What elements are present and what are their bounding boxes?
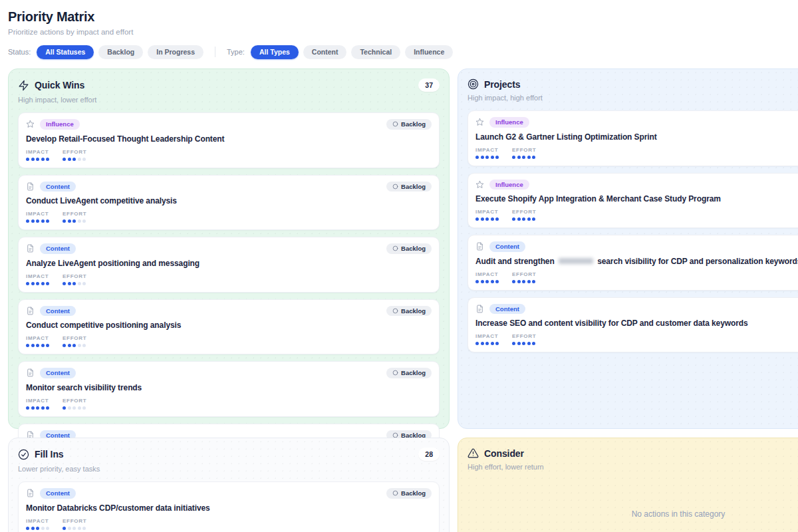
page-header: Priority Matrix Prioritize actions by im…: [8, 9, 133, 36]
status-filter-pill-backlog[interactable]: Backlog: [98, 45, 143, 59]
rating-dot: [31, 282, 35, 285]
rating-dot: [31, 344, 35, 347]
impact-metric: IMPACT: [475, 333, 499, 345]
rating-dot: [78, 158, 81, 161]
card-top-row: Content: [475, 304, 798, 315]
action-card[interactable]: InfluenceLaunch G2 & Gartner Listing Opt…: [467, 110, 798, 166]
file-icon: [26, 489, 35, 497]
card-title: Monitor Databricks CDP/customer data ini…: [26, 503, 432, 513]
impact-dots: [475, 217, 499, 221]
action-card[interactable]: ContentBacklogMonitor Databricks CDP/cus…: [18, 481, 440, 532]
effort-dots: [63, 406, 86, 410]
effort-metric: EFFORT: [63, 211, 86, 223]
effort-dots: [63, 158, 86, 161]
card-title: Audit and strengthen search visibility f…: [475, 257, 798, 266]
quadrant-subtitle: High impact, lower effort: [18, 96, 440, 104]
rating-dot: [485, 280, 489, 283]
card-title: Conduct LiveAgent competitive analysis: [26, 196, 432, 205]
rating-dot: [491, 217, 494, 221]
impact-dots: [475, 156, 499, 159]
status-circle-icon: [392, 370, 398, 376]
action-card[interactable]: InfluenceBacklogDevelop Retail-Focused T…: [18, 112, 440, 168]
effort-dots: [512, 156, 536, 159]
action-card[interactable]: ContentBacklogMonitor search visibility …: [18, 361, 440, 417]
rating-dot: [481, 342, 484, 345]
rating-dot: [26, 158, 29, 161]
status-circle-icon: [392, 308, 398, 314]
filter-bar: Status: All StatusesBacklogIn Progress T…: [8, 45, 453, 59]
type-badge: Content: [40, 306, 76, 317]
type-filter-pill-all-types[interactable]: All Types: [251, 45, 299, 59]
rating-dot: [46, 406, 49, 410]
card-metrics: IMPACTEFFORT: [26, 398, 432, 410]
impact-dots: [475, 280, 499, 283]
action-card[interactable]: ContentBacklogAnalyze LiveAgent position…: [18, 237, 440, 293]
status-filter-pill-all-statuses[interactable]: All Statuses: [37, 45, 94, 59]
rating-dot: [527, 280, 531, 283]
effort-label: EFFORT: [63, 149, 86, 155]
impact-dots: [26, 527, 49, 530]
rating-dot: [36, 527, 39, 530]
status-chip: Backlog: [386, 182, 432, 192]
impact-dots: [26, 158, 49, 161]
rating-dot: [26, 344, 29, 347]
card-metrics: IMPACTEFFORT: [475, 147, 798, 159]
rating-dot: [78, 344, 81, 347]
action-card[interactable]: InfluenceExecute Shopify App Integration…: [467, 173, 798, 229]
effort-dots: [512, 280, 536, 283]
rating-dot: [68, 282, 71, 285]
rating-dot: [72, 282, 76, 285]
card-metrics: IMPACTEFFORT: [475, 271, 798, 283]
action-card[interactable]: ContentIncrease SEO and content visibili…: [467, 297, 798, 353]
card-metrics: IMPACTEFFORT: [26, 273, 432, 285]
quadrant-quick-wins: Quick Wins37High impact, lower effortInf…: [8, 68, 450, 429]
action-card[interactable]: ContentBacklogConduct LiveAgent competit…: [18, 175, 440, 231]
quadrant-header: Quick Wins37: [18, 78, 440, 92]
rating-dot: [63, 219, 66, 223]
rating-dot: [82, 158, 86, 161]
rating-dot: [522, 342, 525, 345]
card-metrics: IMPACTEFFORT: [26, 149, 432, 161]
effort-dots: [63, 344, 86, 347]
effort-metric: EFFORT: [63, 273, 86, 285]
impact-metric: IMPACT: [475, 271, 499, 283]
status-circle-icon: [392, 184, 398, 190]
rating-dot: [495, 217, 499, 221]
rating-dot: [46, 158, 49, 161]
impact-dots: [26, 282, 49, 285]
status-chip: Backlog: [386, 119, 432, 130]
rating-dot: [26, 527, 29, 530]
rating-dot: [26, 219, 29, 223]
rating-dot: [481, 280, 484, 283]
type-filter-pill-content[interactable]: Content: [303, 45, 347, 59]
card-metrics: IMPACTEFFORT: [475, 333, 798, 345]
effort-dots: [63, 282, 86, 285]
rating-dot: [532, 156, 535, 159]
rating-dot: [78, 219, 81, 223]
type-filter-pill-technical[interactable]: Technical: [351, 45, 400, 59]
rating-dot: [31, 158, 35, 161]
status-label: Backlog: [401, 370, 426, 376]
rating-dot: [68, 219, 71, 223]
rating-dot: [41, 282, 45, 285]
impact-metric: IMPACT: [26, 518, 49, 530]
impact-label: IMPACT: [26, 335, 49, 341]
rating-dot: [495, 342, 499, 345]
effort-dots: [63, 219, 86, 223]
action-card[interactable]: ContentAudit and strengthen search visib…: [467, 235, 798, 291]
status-filter-pill-in-progress[interactable]: In Progress: [148, 45, 203, 59]
rating-dot: [46, 282, 49, 285]
effort-label: EFFORT: [63, 398, 86, 404]
quadrant-title: Quick Wins: [35, 80, 84, 90]
rating-dot: [26, 282, 29, 285]
card-top-row: Influence: [475, 180, 798, 190]
rating-dot: [527, 156, 531, 159]
action-card[interactable]: ContentBacklogConduct competitive positi…: [18, 299, 440, 355]
impact-metric: IMPACT: [26, 149, 49, 161]
star-icon: [475, 180, 484, 189]
rating-dot: [46, 344, 49, 347]
card-metrics: IMPACTEFFORT: [26, 335, 432, 347]
type-badge: Content: [40, 488, 76, 499]
rating-dot: [522, 156, 525, 159]
type-filter-pill-influence[interactable]: Influence: [405, 45, 453, 59]
